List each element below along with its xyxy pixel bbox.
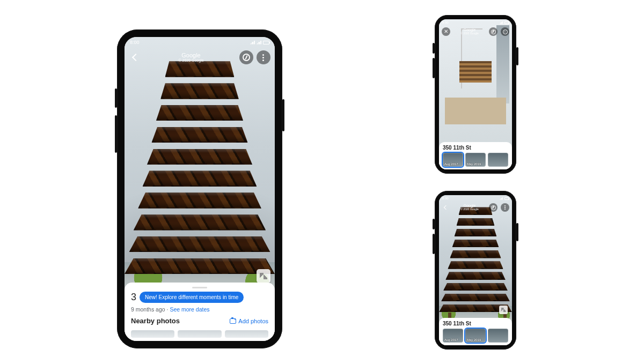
history-tooltip[interactable]: New! Explore different moments in time: [140, 292, 244, 303]
history-card[interactable]: 350 11th St Aug 2017 May 2019: [439, 142, 512, 169]
back-arrow-icon: [444, 205, 448, 210]
signal-icon: [500, 197, 503, 200]
more-button[interactable]: [501, 203, 509, 212]
address-text: 350 11th St: [443, 321, 508, 326]
status-time: 8:00: [442, 197, 449, 200]
capture-meta: 9 months ago · See more dates: [131, 306, 268, 313]
streetview-header: Google © 2020 Google: [439, 202, 512, 213]
stage: 8:00 Google © 2020 Google: [0, 0, 644, 364]
camera-add-icon: [230, 318, 236, 324]
place-card[interactable]: 3 New! Explore different moments in time…: [125, 283, 275, 341]
thumb[interactable]: [225, 330, 268, 338]
battery-icon: [504, 21, 509, 24]
see-more-dates-link[interactable]: See more dates: [170, 306, 209, 313]
header-title: Google: [178, 52, 203, 58]
signal-icon: [500, 21, 503, 24]
status-time: 8:00: [130, 40, 140, 45]
compass-button[interactable]: [489, 27, 497, 36]
battery-icon: [263, 41, 269, 44]
status-time: 8:00: [442, 21, 449, 24]
header-subtitle: © 2020 Google: [460, 32, 479, 35]
phone-small-1: 8:00 ✕ Google © 2020 Google i 350 11th S…: [435, 15, 516, 174]
thumb[interactable]: [178, 330, 221, 338]
history-thumbs: Aug 2017 May 2019: [443, 153, 508, 167]
map-icon: [260, 273, 267, 279]
phone-small-2: 8:00 Google © 2020 Google 350 11th St A: [435, 191, 516, 350]
add-photos-button[interactable]: Add photos: [230, 318, 268, 324]
address-text: 350 11th St: [443, 145, 508, 151]
drag-handle[interactable]: [192, 287, 207, 288]
wifi-icon: [257, 41, 261, 44]
compass-icon: [491, 29, 496, 34]
compass-button[interactable]: [239, 50, 253, 64]
header-subtitle: © 2020 Google: [460, 208, 479, 211]
minimap-button[interactable]: [499, 306, 508, 314]
signal-icon: [250, 41, 255, 44]
status-bar: 8:00: [439, 19, 512, 26]
history-thumb[interactable]: Aug 2017: [443, 329, 463, 343]
compass-button[interactable]: [489, 203, 497, 212]
info-icon: i: [503, 29, 508, 34]
back-arrow-icon: [132, 54, 140, 61]
phone-small-1-screen: 8:00 ✕ Google © 2020 Google i 350 11th S…: [439, 19, 512, 169]
history-thumb[interactable]: May 2019: [465, 329, 486, 343]
capture-age: 9 months ago: [131, 306, 165, 313]
more-vert-icon: [262, 57, 264, 58]
close-icon: ✕: [444, 29, 448, 34]
more-vert-icon: [504, 207, 506, 208]
history-thumb[interactable]: Aug 2017: [443, 153, 463, 167]
status-bar: 8:00: [125, 37, 275, 48]
map-icon: [501, 308, 506, 312]
battery-icon: [504, 197, 509, 200]
nearby-thumbs: [131, 330, 268, 338]
info-button[interactable]: i: [501, 27, 509, 36]
phone-large: 8:00 Google © 2020 Google: [117, 29, 282, 348]
nearby-photos-label: Nearby photos: [131, 317, 180, 325]
phone-large-screen: 8:00 Google © 2020 Google: [125, 37, 275, 341]
status-bar: 8:00: [439, 195, 512, 202]
streetview-header: Google © 2020 Google: [125, 48, 275, 67]
back-button[interactable]: [442, 203, 450, 212]
close-button[interactable]: ✕: [442, 27, 450, 36]
history-thumbs: Aug 2017 May 2019: [443, 329, 508, 343]
more-button[interactable]: [257, 50, 270, 64]
compass-icon: [243, 54, 250, 61]
address-text: 3: [131, 292, 136, 303]
minimap-button[interactable]: [257, 269, 270, 283]
history-thumb[interactable]: [488, 153, 508, 167]
back-button[interactable]: [129, 50, 143, 64]
history-card[interactable]: 350 11th St Aug 2017 May 2019: [439, 318, 512, 345]
streetview-header: ✕ Google © 2020 Google i: [439, 26, 512, 38]
phone-small-2-screen: 8:00 Google © 2020 Google 350 11th St A: [439, 195, 512, 345]
compass-icon: [491, 205, 496, 210]
header-subtitle: © 2020 Google: [178, 58, 203, 63]
history-thumb[interactable]: [488, 329, 508, 343]
history-thumb[interactable]: May 2019: [465, 153, 486, 167]
thumb[interactable]: [131, 330, 174, 338]
